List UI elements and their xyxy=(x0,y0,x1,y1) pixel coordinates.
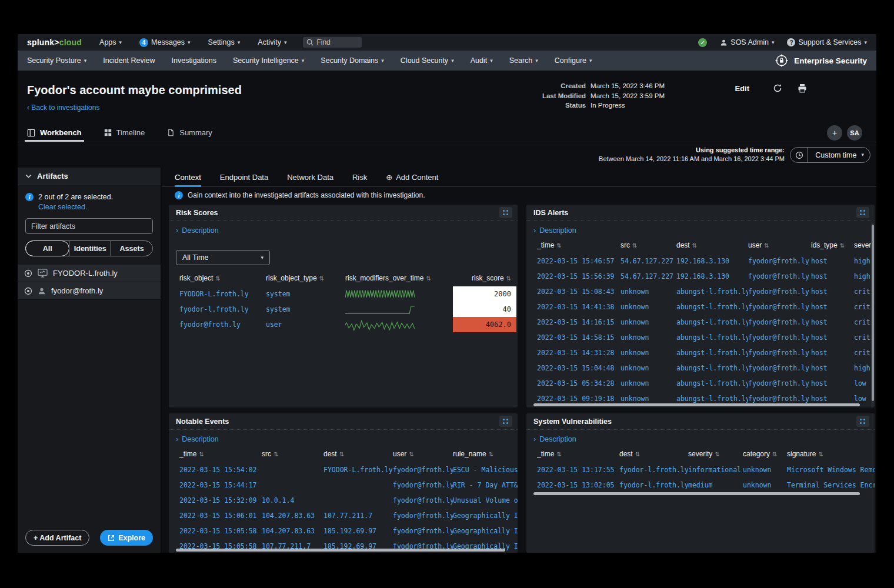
sort-icon[interactable]: ⇅ xyxy=(199,451,204,457)
sort-icon[interactable]: ⇅ xyxy=(715,451,719,457)
column-header-dest[interactable]: dest⇅ xyxy=(619,450,688,458)
tab-endpoint-data[interactable]: Endpoint Data xyxy=(220,168,268,186)
nav-cloud-security[interactable]: Cloud Security▾ xyxy=(392,51,462,71)
table-row[interactable]: 2022-03-15 14:58:15unknownabungst-l.frot… xyxy=(537,330,875,345)
nav-incident-review[interactable]: Incident Review xyxy=(95,51,163,71)
table-row[interactable]: 2022-03-15 15:46:5754.67.127.227192.168.… xyxy=(537,253,875,269)
table-row[interactable]: 2022-03-15 15:04:48unknownabungst-l.frot… xyxy=(537,360,875,376)
column-header-_time[interactable]: _time⇅ xyxy=(537,241,621,249)
column-header-risk_object_type[interactable]: risk_object_type⇅ xyxy=(266,274,345,282)
nav-security-posture[interactable]: Security Posture▾ xyxy=(18,51,95,71)
print-icon[interactable] xyxy=(798,83,807,93)
nav-security-intelligence[interactable]: Security Intelligence▾ xyxy=(225,51,312,71)
avatar[interactable]: SA xyxy=(847,125,862,141)
column-header-_time[interactable]: _time⇅ xyxy=(537,450,619,458)
tab-network-data[interactable]: Network Data xyxy=(287,168,333,186)
table-row[interactable]: 2022-03-15 13:17:55fyodor-l.froth.lyinfo… xyxy=(537,462,875,477)
table-row[interactable]: 2022-03-15 15:32:0910.0.1.4fyodor@froth.… xyxy=(179,493,518,508)
column-header-dest[interactable]: dest⇅ xyxy=(323,450,393,458)
segment-all[interactable]: All xyxy=(25,240,69,256)
vertical-scrollbar[interactable] xyxy=(872,225,874,401)
sort-icon[interactable]: ⇅ xyxy=(556,242,561,249)
column-header-src[interactable]: src⇅ xyxy=(262,450,323,458)
column-header-signature[interactable]: signature⇅ xyxy=(787,450,875,458)
health-check-icon[interactable]: ✓ xyxy=(698,38,707,47)
edit-button[interactable]: Edit xyxy=(735,84,749,93)
custom-time-button[interactable]: Custom time ▾ xyxy=(790,147,870,163)
table-row[interactable]: 2022-03-15 15:05:58104.207.83.63185.192.… xyxy=(179,523,518,539)
table-row[interactable]: 2022-03-15 15:08:43unknownabungst-l.frot… xyxy=(537,284,875,299)
column-header-risk_score[interactable]: risk_score⇅ xyxy=(453,274,516,282)
scoped-target-icon[interactable] xyxy=(24,287,32,295)
tab-workbench[interactable]: Workbench xyxy=(27,123,82,142)
user-menu[interactable]: SOS Admin▾ xyxy=(720,38,774,46)
artifact-item-asset[interactable]: FYODOR-L.froth.ly xyxy=(18,265,161,282)
table-row[interactable]: fyodor@froth.lyuser4062.0 xyxy=(179,317,518,332)
time-filter-dropdown[interactable]: All Time▾ xyxy=(176,250,270,265)
artifacts-header[interactable]: Artifacts xyxy=(18,168,161,185)
sort-icon[interactable]: ⇅ xyxy=(319,275,324,282)
sort-icon[interactable]: ⇅ xyxy=(692,242,697,249)
column-header-dest[interactable]: dest⇅ xyxy=(676,241,748,249)
artifact-item-identity[interactable]: fyodor@froth.ly xyxy=(18,282,161,300)
sort-icon[interactable]: ⇅ xyxy=(632,242,637,249)
add-collaborator-button[interactable]: + xyxy=(827,125,842,141)
filter-artifacts-input[interactable] xyxy=(25,218,153,234)
support-menu[interactable]: ? Support & Services▾ xyxy=(787,38,867,46)
table-row[interactable]: 2022-03-15 15:56:3954.67.127.227192.168.… xyxy=(537,269,875,284)
horizontal-scrollbar[interactable] xyxy=(176,549,505,552)
column-header-risk_modifiers_over_time[interactable]: risk_modifiers_over_time⇅ xyxy=(345,274,453,282)
sort-icon[interactable]: ⇅ xyxy=(426,275,431,282)
column-header-user[interactable]: user⇅ xyxy=(748,241,811,249)
nav-search[interactable]: Search▾ xyxy=(501,51,546,71)
table-row[interactable]: 2022-03-15 15:44:17fyodor@froth.lyRIR - … xyxy=(179,477,518,493)
table-row[interactable]: 2022-03-15 15:06:01104.207.83.63107.77.2… xyxy=(179,508,518,523)
nav-configure[interactable]: Configure▾ xyxy=(546,51,601,71)
drag-handle-icon[interactable] xyxy=(856,207,869,218)
column-header-_time[interactable]: _time⇅ xyxy=(179,450,262,458)
sort-icon[interactable]: ⇅ xyxy=(556,451,561,457)
table-row[interactable]: 2022-03-15 15:54:02FYODOR-L.froth.lyfyod… xyxy=(179,462,518,477)
find-search-box[interactable] xyxy=(303,37,362,48)
add-content-button[interactable]: ⊕Add Content xyxy=(386,168,438,186)
find-input[interactable] xyxy=(316,38,358,46)
sort-icon[interactable]: ⇅ xyxy=(840,242,845,249)
segment-assets[interactable]: Assets xyxy=(111,241,152,256)
table-row[interactable]: fyodor-l.froth.lysystem40 xyxy=(179,302,518,317)
menu-settings[interactable]: Settings▾ xyxy=(208,38,241,46)
table-row[interactable]: 2022-03-15 13:02:05fyodor-l.froth.lymedi… xyxy=(537,477,875,493)
sort-icon[interactable]: ⇅ xyxy=(772,451,777,457)
horizontal-scrollbar[interactable] xyxy=(533,492,860,495)
sort-icon[interactable]: ⇅ xyxy=(215,275,220,282)
explore-button[interactable]: Explore xyxy=(100,530,153,546)
description-toggle[interactable]: ›Description xyxy=(526,221,875,237)
tab-summary[interactable]: Summary xyxy=(167,123,212,142)
tab-timeline[interactable]: Timeline xyxy=(104,123,145,142)
nav-audit[interactable]: Audit▾ xyxy=(462,51,501,71)
column-header-category[interactable]: category⇅ xyxy=(743,450,787,458)
nav-security-domains[interactable]: Security Domains▾ xyxy=(312,51,392,71)
sort-icon[interactable]: ⇅ xyxy=(489,451,493,457)
column-header-risk_object[interactable]: risk_object⇅ xyxy=(179,274,266,282)
sort-icon[interactable]: ⇅ xyxy=(764,242,769,249)
menu-apps[interactable]: Apps▾ xyxy=(99,38,122,46)
table-row[interactable]: 2022-03-15 14:41:38unknownabungst-l.frot… xyxy=(537,299,875,315)
table-row[interactable]: FYODOR-L.froth.lysystem2000 xyxy=(179,286,518,302)
scoped-target-icon[interactable] xyxy=(24,269,32,278)
column-header-rule_name[interactable]: rule_name⇅ xyxy=(453,450,518,458)
table-row[interactable]: 2022-03-15 05:34:28unknownabungst-l.frot… xyxy=(537,376,875,391)
drag-handle-icon[interactable] xyxy=(856,416,869,427)
horizontal-scrollbar[interactable] xyxy=(533,403,860,406)
table-row[interactable]: 2022-03-15 14:31:28unknownabungst-l.frot… xyxy=(537,345,875,360)
sort-icon[interactable]: ⇅ xyxy=(339,451,344,457)
column-header-user[interactable]: user⇅ xyxy=(393,450,453,458)
tab-context[interactable]: Context xyxy=(175,168,201,186)
add-artifact-button[interactable]: + Add Artifact xyxy=(25,530,89,546)
drag-handle-icon[interactable] xyxy=(499,416,512,427)
sort-icon[interactable]: ⇅ xyxy=(635,451,640,457)
column-header-severity[interactable]: severity⇅ xyxy=(688,450,743,458)
segment-identities[interactable]: Identities xyxy=(69,241,111,256)
table-row[interactable]: 2022-03-15 14:16:15unknownabungst-l.frot… xyxy=(537,315,875,330)
description-toggle[interactable]: ›Description xyxy=(169,430,518,446)
sort-icon[interactable]: ⇅ xyxy=(273,451,278,457)
